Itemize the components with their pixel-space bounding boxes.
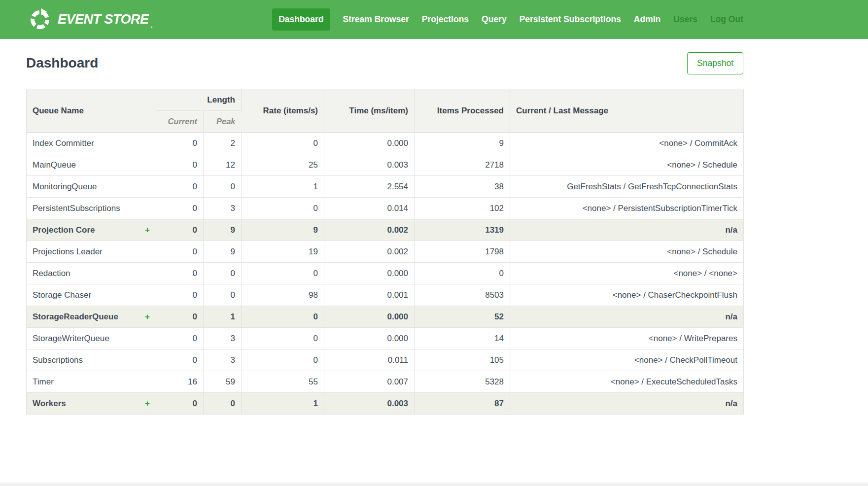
- queue-name-cell: Index Committer: [27, 133, 156, 154]
- rate-cell: 1: [242, 176, 324, 198]
- time-cell: 0.007: [324, 371, 415, 393]
- nav-dashboard[interactable]: Dashboard: [272, 8, 330, 31]
- queue-name: Projections Leader: [33, 247, 103, 256]
- length-current-cell: 0: [156, 349, 204, 371]
- nav-stream-browser[interactable]: Stream Browser: [343, 14, 409, 25]
- message-cell: <none> / ChaserCheckpointFlush: [510, 284, 744, 306]
- time-cell: 0.011: [324, 349, 415, 371]
- nav-query[interactable]: Query: [482, 14, 507, 25]
- queue-name-cell: StorageWriterQueue: [27, 328, 156, 349]
- rate-cell: 25: [242, 154, 324, 176]
- nav-users[interactable]: Users: [673, 14, 697, 25]
- horizontal-scrollbar[interactable]: [0, 483, 868, 486]
- page-title: Dashboard: [26, 55, 98, 71]
- length-current-cell: 0: [156, 263, 204, 284]
- queue-name-cell: PersistentSubscriptions: [27, 198, 156, 219]
- time-cell: 0.000: [324, 133, 415, 154]
- event-store-logo[interactable]: EVENT STORE .: [29, 8, 153, 31]
- nav-persistent-subscriptions[interactable]: Persistent Subscriptions: [520, 14, 621, 25]
- length-current-cell: 0: [156, 176, 204, 198]
- length-peak-cell: 2: [204, 133, 242, 154]
- length-peak-cell: 0: [204, 284, 242, 306]
- time-cell: 2.554: [324, 176, 415, 198]
- length-peak-cell: 3: [204, 198, 242, 219]
- main-content: Dashboard Snapshot Queue Name Length Rat…: [26, 52, 743, 415]
- queue-name: Index Committer: [33, 139, 94, 148]
- items-processed-cell: 102: [415, 198, 510, 219]
- expand-group-icon[interactable]: +: [145, 312, 150, 322]
- expand-group-icon[interactable]: +: [145, 225, 150, 235]
- items-processed-cell: 2718: [415, 154, 510, 176]
- time-cell: 0.002: [324, 241, 415, 263]
- items-processed-cell: 1319: [415, 219, 510, 241]
- snapshot-button[interactable]: Snapshot: [687, 52, 743, 74]
- queue-row: StorageWriterQueue0300.00014<none> / Wri…: [27, 328, 744, 349]
- message-cell: <none> / Schedule: [510, 154, 744, 176]
- message-cell: GetFreshStats / GetFreshTcpConnectionSta…: [510, 176, 744, 198]
- items-processed-cell: 1798: [415, 241, 510, 263]
- items-processed-cell: 0: [415, 263, 510, 284]
- queue-row: PersistentSubscriptions0300.014102<none>…: [27, 198, 744, 219]
- queue-name-cell: Storage Chaser: [27, 284, 156, 306]
- length-current-cell: 0: [156, 154, 204, 176]
- message-cell: <none> / CheckPollTimeout: [510, 349, 744, 371]
- time-cell: 0.003: [324, 154, 415, 176]
- queue-name-cell: Workers+: [27, 393, 156, 415]
- length-peak-cell: 0: [204, 263, 242, 284]
- col-header-queue-name: Queue Name: [27, 89, 156, 133]
- message-cell: n/a: [510, 393, 744, 415]
- nav-projections[interactable]: Projections: [422, 14, 469, 25]
- rate-cell: 0: [242, 263, 324, 284]
- length-current-cell: 0: [156, 133, 204, 154]
- queue-stats-table: Queue Name Length Rate (items/s) Time (m…: [26, 89, 744, 415]
- length-current-cell: 16: [156, 371, 204, 393]
- message-cell: <none> / ExecuteScheduledTasks: [510, 371, 744, 393]
- items-processed-cell: 8503: [415, 284, 510, 306]
- queue-name-cell: Subscriptions: [27, 349, 156, 371]
- rate-cell: 1: [242, 393, 324, 415]
- logo-text: EVENT STORE: [58, 12, 149, 27]
- queue-name: MainQueue: [33, 160, 76, 170]
- expand-group-icon[interactable]: +: [145, 399, 150, 409]
- queue-name-cell: Timer: [27, 371, 156, 393]
- queue-name: Subscriptions: [33, 355, 83, 365]
- col-header-time: Time (ms/item): [324, 89, 415, 133]
- queue-name: PersistentSubscriptions: [33, 204, 120, 213]
- page-header: Dashboard Snapshot: [26, 52, 743, 74]
- time-cell: 0.002: [324, 219, 415, 241]
- length-peak-cell: 9: [204, 241, 242, 263]
- message-cell: <none> / CommitAck: [510, 133, 744, 154]
- queue-row: MonitoringQueue0012.55438GetFreshStats /…: [27, 176, 744, 198]
- queue-table-body: Index Committer0200.0009<none> / CommitA…: [27, 133, 744, 415]
- rate-cell: 55: [242, 371, 324, 393]
- message-cell: <none> / <none>: [510, 263, 744, 284]
- message-cell: n/a: [510, 219, 744, 241]
- queue-name: Timer: [33, 377, 54, 386]
- queue-name-cell: MonitoringQueue: [27, 176, 156, 198]
- message-cell: <none> / PersistentSubscriptionTimerTick: [510, 198, 744, 219]
- col-header-rate: Rate (items/s): [242, 89, 324, 133]
- circular-arrows-icon: [29, 8, 51, 31]
- length-current-cell: 0: [156, 198, 204, 219]
- message-cell: n/a: [510, 306, 744, 328]
- queue-name: Projection Core: [33, 225, 95, 235]
- time-cell: 0.000: [324, 263, 415, 284]
- nav-log-out[interactable]: Log Out: [710, 14, 743, 25]
- rate-cell: 0: [242, 349, 324, 371]
- length-peak-cell: 1: [204, 306, 242, 328]
- top-navigation-bar: EVENT STORE . Dashboard Stream Browser P…: [0, 0, 868, 39]
- items-processed-cell: 5328: [415, 371, 510, 393]
- time-cell: 0.014: [324, 198, 415, 219]
- length-current-cell: 0: [156, 328, 204, 349]
- nav-admin[interactable]: Admin: [634, 14, 660, 25]
- queue-group-row: Workers+0010.00387n/a: [27, 393, 744, 415]
- logo-dot: .: [151, 21, 153, 29]
- length-current-cell: 0: [156, 306, 204, 328]
- queue-row: Subscriptions0300.011105<none> / CheckPo…: [27, 349, 744, 371]
- length-peak-cell: 3: [204, 328, 242, 349]
- rate-cell: 0: [242, 133, 324, 154]
- queue-name-cell: StorageReaderQueue+: [27, 306, 156, 328]
- time-cell: 0.000: [324, 328, 415, 349]
- col-header-length: Length: [156, 89, 242, 111]
- col-header-current: Current: [156, 111, 204, 133]
